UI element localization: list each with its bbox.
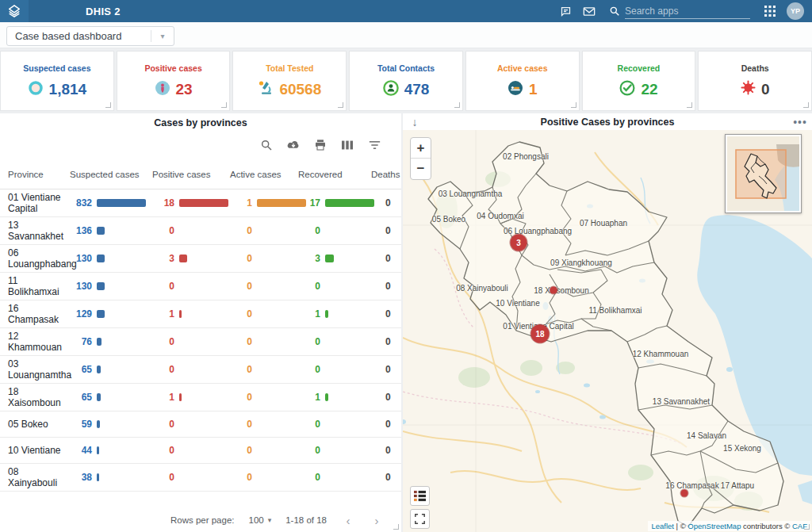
- deaths-cell: 0: [371, 253, 401, 264]
- leaflet-map[interactable]: 02 Phongsali03 Louangnamtha05 Bokeo04 Ou…: [403, 130, 812, 532]
- next-page-button[interactable]: ›: [370, 514, 384, 527]
- print-icon[interactable]: [312, 137, 328, 153]
- filter-icon[interactable]: [366, 137, 382, 153]
- case-count-marker[interactable]: 18: [531, 325, 550, 343]
- resize-handle[interactable]: [454, 102, 460, 108]
- card-value: 1: [529, 81, 538, 98]
- stat-card-contacts[interactable]: Total Contacts 478: [349, 51, 463, 111]
- case-dot-marker[interactable]: [681, 490, 688, 497]
- leaflet-link[interactable]: Leaflet: [651, 522, 674, 530]
- stat-card-positive[interactable]: Positive cases 23: [117, 51, 231, 111]
- metric-value: 76: [70, 336, 92, 347]
- metric-bar: [325, 199, 374, 207]
- province-cell: 11 Bolikhamxai: [0, 275, 70, 297]
- resize-handle[interactable]: [221, 102, 227, 108]
- active-cell: 0: [230, 308, 298, 320]
- province-label: 10 Vientiane: [496, 299, 539, 308]
- table-row: 10 Vientiane440000: [0, 438, 401, 464]
- minimap-graphic: [727, 136, 799, 211]
- fullscreen-button[interactable]: [410, 509, 430, 529]
- resize-handle[interactable]: [105, 102, 111, 108]
- table-header-row: ProvinceSuspected casesPositive casesAct…: [0, 159, 401, 189]
- resize-handle[interactable]: [338, 102, 343, 108]
- person-icon: [155, 80, 170, 99]
- province-label: 08 Xainyabouli: [456, 284, 508, 293]
- osm-link[interactable]: OpenStreetMap: [688, 522, 741, 530]
- more-options-icon[interactable]: •••: [788, 116, 812, 128]
- metric-bar: [97, 393, 101, 401]
- map-title: Positive Cases by provinces: [427, 117, 788, 128]
- cloud-download-icon[interactable]: [285, 137, 301, 153]
- province-cell: 10 Vientiane: [0, 445, 70, 456]
- metric-value: 0: [230, 445, 252, 456]
- metric-bar: [179, 393, 182, 401]
- layers-diamond-icon: [7, 4, 21, 18]
- dhis2-logo[interactable]: [0, 0, 29, 22]
- previous-page-button[interactable]: ‹: [341, 514, 355, 527]
- resize-handle[interactable]: [571, 102, 576, 108]
- rows-per-page-select[interactable]: 100 ▾: [248, 515, 271, 525]
- map-header: ↓ Positive Cases by provinces •••: [403, 113, 812, 130]
- download-arrow-icon[interactable]: ↓: [403, 116, 427, 128]
- stat-card-deaths[interactable]: Deaths 0: [698, 51, 812, 111]
- columns-icon[interactable]: [339, 137, 355, 153]
- overview-minimap[interactable]: [725, 134, 802, 213]
- stat-card-active[interactable]: Active cases 1: [465, 51, 580, 111]
- province-label: 04 Oudomxai: [477, 212, 523, 220]
- column-header: Suspected cases: [70, 170, 152, 179]
- resize-handle[interactable]: [804, 524, 810, 530]
- zoom-out-button[interactable]: −: [411, 159, 431, 179]
- resize-handle[interactable]: [393, 524, 399, 530]
- stat-card-suspected[interactable]: Suspected cases 1,814: [0, 51, 114, 111]
- metric-bar: [179, 255, 187, 262]
- card-title: Active cases: [497, 63, 548, 73]
- metric-value: 0: [152, 225, 174, 236]
- attribution-text: | ©: [674, 522, 688, 530]
- table-row: 11 Bolikhamxai1300000: [0, 273, 401, 300]
- positive-cell: 3: [152, 253, 230, 264]
- resize-handle[interactable]: [687, 102, 692, 108]
- app-title: DHIS 2: [86, 6, 121, 17]
- case-count-marker[interactable]: 3: [511, 235, 527, 251]
- legend-toggle-button[interactable]: [410, 486, 430, 506]
- deaths-cell: 0: [371, 472, 401, 483]
- stat-card-recovered[interactable]: Recovered 22: [582, 51, 696, 111]
- recovered-cell: 0: [298, 336, 371, 347]
- search-icon[interactable]: [259, 137, 274, 153]
- resize-handle[interactable]: [803, 102, 809, 108]
- case-dot-marker[interactable]: [550, 287, 557, 294]
- metric-value: 0: [152, 281, 174, 292]
- apps-grid-icon[interactable]: [758, 0, 782, 22]
- metric-value: 0: [298, 336, 320, 347]
- province-label: 14 Salavan: [687, 431, 726, 440]
- metric-value: 1: [298, 392, 320, 403]
- card-value: 478: [404, 81, 430, 98]
- province-cell: 03 Louangnamtha: [0, 358, 70, 381]
- province-label: 13 Savannakhet: [653, 397, 710, 406]
- check-circle-icon: [619, 80, 635, 99]
- province-label: 02 Phongsali: [503, 152, 549, 161]
- metric-bar: [97, 310, 105, 318]
- deaths-cell: 0: [371, 225, 401, 236]
- stat-card-tested[interactable]: Total Tested 60568: [232, 51, 347, 111]
- metric-value: 0: [152, 336, 174, 347]
- search-input[interactable]: [625, 3, 750, 19]
- metric-bar: [325, 393, 328, 401]
- cases-table: ProvinceSuspected casesPositive casesAct…: [0, 159, 401, 508]
- mail-icon[interactable]: [577, 0, 601, 22]
- card-title: Suspected cases: [23, 63, 90, 73]
- search-icon: [609, 6, 620, 17]
- zoom-in-button[interactable]: +: [411, 138, 431, 159]
- chat-icon[interactable]: [553, 0, 577, 22]
- avatar[interactable]: YP: [787, 2, 804, 20]
- metric-bar: [97, 227, 105, 235]
- positive-cell: 0: [152, 225, 230, 236]
- map-panel: ↓ Positive Cases by provinces •••: [403, 113, 812, 532]
- dashboard-selector[interactable]: Case based dashboard ▾: [6, 26, 174, 46]
- table-row: 08 Xainyabouli380000: [0, 464, 401, 492]
- province-cell: 06 Louangphabang: [0, 247, 70, 270]
- suspected-cell: 59: [70, 419, 152, 430]
- map-attribution: Leaflet | © OpenStreetMap contributors ©…: [648, 521, 810, 531]
- suspected-cell: 38: [70, 472, 152, 483]
- top-navbar: DHIS 2 YP: [0, 0, 812, 22]
